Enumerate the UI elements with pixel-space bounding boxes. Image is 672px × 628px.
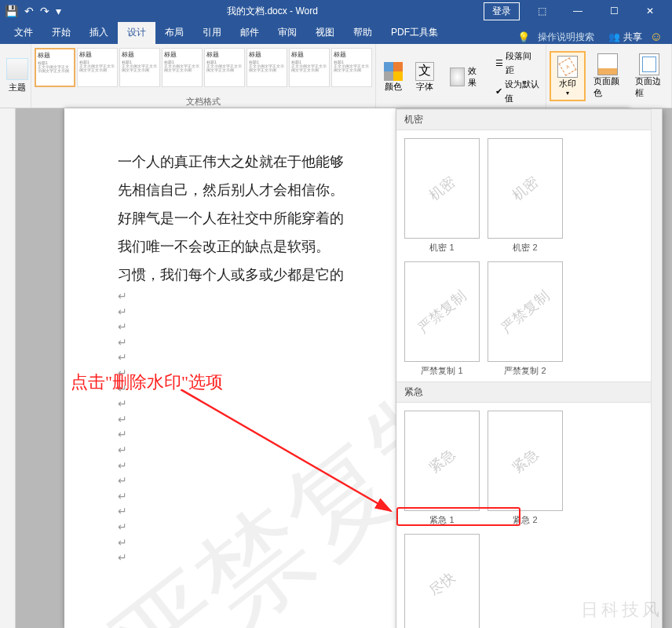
minimize-button[interactable]: — (561, 0, 595, 22)
gallery-thumb[interactable]: 标题标题1正文示例文字正文示例文字正文示例 (331, 48, 372, 87)
tab-邮件[interactable]: 邮件 (231, 22, 268, 44)
tell-me-search[interactable] (538, 31, 601, 42)
share-button[interactable]: 👥 共享 (608, 31, 642, 44)
watermark-dropdown-panel: 机密 机密机密 1机密机密 2严禁复制严禁复制 1严禁复制严禁复制 2 紧急 紧… (396, 108, 663, 628)
gallery-thumb[interactable]: 标题标题1正文示例文字正文示例文字正文示例 (289, 48, 330, 87)
tab-引用[interactable]: 引用 (193, 22, 231, 44)
tab-帮助[interactable]: 帮助 (344, 22, 382, 44)
lightbulb-icon: 💡 (517, 31, 530, 43)
colors-button[interactable]: 颜色 (379, 60, 407, 94)
gallery-group-label: 文档格式 (31, 96, 375, 108)
themes-button[interactable]: 主题 (3, 57, 31, 95)
close-button[interactable]: ✕ (633, 0, 667, 22)
share-icon: 👥 (608, 31, 620, 42)
gallery-thumb[interactable]: 标题标题1正文示例文字正文示例文字正文示例 (204, 48, 245, 87)
theme-icon (6, 58, 28, 80)
search-input[interactable] (538, 31, 601, 42)
style-gallery[interactable]: 标题标题1正文示例文字正文示例文字正文示例标题标题1正文示例文字正文示例文字正文… (35, 48, 372, 92)
gallery-thumb[interactable]: 标题标题1正文示例文字正文示例文字正文示例 (247, 48, 287, 87)
corner-watermark: 日科技风 (581, 598, 663, 622)
set-default-button[interactable]: ✔ 设为默认值 (495, 77, 539, 105)
effects-button[interactable]: 效果 (445, 64, 486, 90)
save-icon[interactable]: 💾 (5, 5, 18, 17)
watermark-preset[interactable]: 严禁复制严禁复制 1 (404, 261, 480, 377)
section-urgent-label: 紧急 (396, 382, 651, 403)
tab-PDF工具集[interactable]: PDF工具集 (382, 22, 447, 44)
tab-审阅[interactable]: 审阅 (268, 22, 306, 44)
tab-设计[interactable]: 设计 (118, 22, 155, 44)
maximize-button[interactable]: ☐ (597, 0, 631, 22)
ribbon: 主题 标题标题1正文示例文字正文示例文字正文示例标题标题1正文示例文字正文示例文… (0, 44, 672, 108)
titlebar: 💾 ↶ ↷ ▾ 我的文档.docx - Word 登录 ⬚ — ☐ ✕ (0, 0, 672, 22)
gallery-thumb[interactable]: 标题标题1正文示例文字正文示例文字正文示例 (35, 48, 75, 87)
tab-布局[interactable]: 布局 (155, 22, 193, 44)
vertical-ruler (0, 108, 16, 628)
document-area: 严禁复制 一个人的真正伟大之处就在于他能够先相信自己，然后别人才会相信你。好脾气… (0, 108, 672, 628)
watermark-preset[interactable]: 尽快尽快 1 (404, 534, 480, 628)
ribbon-options-icon[interactable]: ⬚ (524, 0, 559, 22)
watermark-icon: A (557, 56, 578, 78)
colors-icon (384, 62, 403, 81)
watermark-preset[interactable]: 紧急紧急 2 (488, 411, 563, 526)
panel-scrollbar[interactable] (651, 109, 662, 628)
effects-icon (450, 68, 465, 86)
tab-开始[interactable]: 开始 (42, 22, 80, 44)
gallery-thumb[interactable]: 标题标题1正文示例文字正文示例文字正文示例 (119, 48, 160, 87)
watermark-preset[interactable]: 机密机密 1 (404, 138, 480, 254)
quick-access-toolbar: 💾 ↶ ↷ ▾ (5, 5, 61, 17)
tab-文件[interactable]: 文件 (5, 22, 42, 44)
fonts-icon: 文 (415, 62, 434, 81)
annotation-text: 点击"删除水印"选项 (71, 371, 223, 394)
watermark-preset[interactable]: 严禁复制严禁复制 2 (488, 261, 563, 377)
page-color-icon (597, 53, 618, 75)
qat-dropdown-icon[interactable]: ▾ (56, 5, 61, 17)
page-color-button[interactable]: 页面颜色 (589, 50, 626, 102)
tab-插入[interactable]: 插入 (80, 22, 118, 44)
undo-icon[interactable]: ↶ (24, 5, 34, 17)
window-title: 我的文档.docx - Word (61, 5, 484, 18)
tab-视图[interactable]: 视图 (306, 22, 344, 44)
page-border-button[interactable]: 页面边框 (630, 50, 668, 102)
paragraph-spacing-button[interactable]: ☰ 段落间距 (495, 49, 539, 77)
redo-icon[interactable]: ↷ (40, 5, 49, 17)
feedback-smiley-icon[interactable]: ☺ (650, 30, 663, 44)
page-settings: ☰ 段落间距 ✔ 设为默认值 (492, 47, 542, 107)
window-controls: 登录 ⬚ — ☐ ✕ (484, 0, 667, 22)
ribbon-tabs: 文件开始插入设计布局引用邮件审阅视图帮助PDF工具集 💡 👥 共享 ☺ (0, 22, 672, 44)
page-border-icon (639, 53, 659, 75)
gallery-thumb[interactable]: 标题标题1正文示例文字正文示例文字正文示例 (162, 48, 203, 87)
gallery-thumb[interactable]: 标题标题1正文示例文字正文示例文字正文示例 (77, 48, 118, 87)
fonts-button[interactable]: 文 字体 (411, 60, 439, 94)
watermark-preset[interactable]: 紧急紧急 1 (404, 411, 480, 526)
watermark-button[interactable]: A 水印 ▾ (550, 51, 586, 101)
login-button[interactable]: 登录 (484, 2, 520, 20)
watermark-preset[interactable]: 机密机密 2 (488, 138, 563, 254)
section-confidential-label: 机密 (396, 109, 651, 130)
